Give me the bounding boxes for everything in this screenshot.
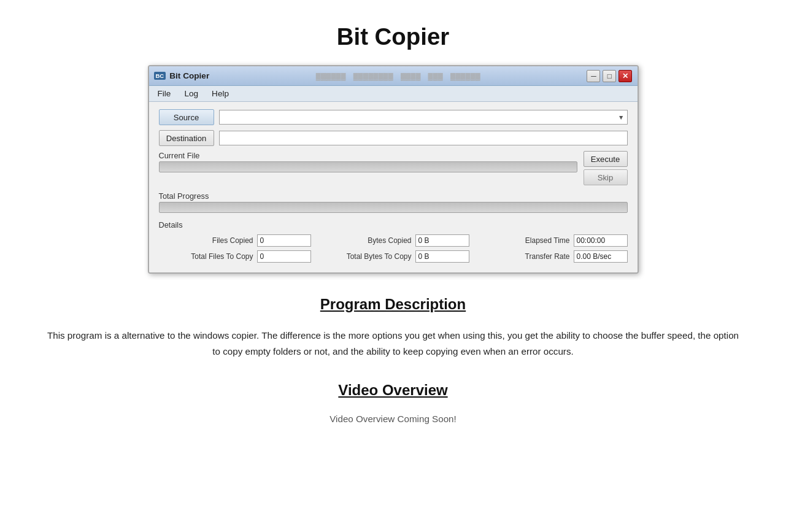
total-progress-section: Total Progress [159, 191, 628, 213]
files-copied-label: Files Copied [159, 236, 253, 245]
destination-input[interactable] [219, 131, 628, 145]
destination-row: Destination [159, 130, 628, 146]
total-files-value: 0 [257, 250, 311, 263]
total-files-label: Total Files To Copy [159, 252, 253, 261]
elapsed-time-label: Elapsed Time [476, 236, 570, 245]
destination-button[interactable]: Destination [159, 130, 214, 146]
app-window: BC Bit Copier ▓▓▓▓▓▓ ▓▓▓▓▓▓▓▓ ▓▓▓▓ ▓▓▓ ▓… [148, 65, 639, 274]
files-copied-item: Files Copied 0 [159, 234, 311, 247]
page-title: Bit Copier [25, 12, 761, 65]
source-dropdown[interactable]: ▼ [219, 110, 628, 125]
window-title: Bit Copier [169, 71, 209, 80]
video-coming-soon: Video Overview Coming Soon! [25, 414, 761, 424]
current-file-section: Current File Execute Skip [159, 151, 628, 185]
bytes-copied-item: Bytes Copied 0 B [317, 234, 469, 247]
total-progress-bar [159, 202, 628, 213]
transfer-rate-value: 0.00 B/sec [574, 250, 628, 263]
minimize-button[interactable]: ─ [587, 70, 600, 82]
title-bar: BC Bit Copier ▓▓▓▓▓▓ ▓▓▓▓▓▓▓▓ ▓▓▓▓ ▓▓▓ ▓… [149, 66, 638, 86]
app-content: Source ▼ Destination Current File [149, 102, 638, 272]
source-row: Source ▼ [159, 109, 628, 125]
menu-bar: File Log Help [149, 86, 638, 102]
title-bar-center: ▓▓▓▓▓▓ ▓▓▓▓▓▓▓▓ ▓▓▓▓ ▓▓▓ ▓▓▓▓▓▓ [316, 72, 480, 80]
window-area: BC Bit Copier ▓▓▓▓▓▓ ▓▓▓▓▓▓▓▓ ▓▓▓▓ ▓▓▓ ▓… [25, 65, 761, 274]
menu-file[interactable]: File [155, 88, 174, 99]
app-badge: BC [154, 72, 166, 80]
current-file-progress [159, 161, 577, 172]
total-files-item: Total Files To Copy 0 [159, 250, 311, 263]
title-bar-left: BC Bit Copier [154, 71, 210, 80]
total-bytes-value: 0 B [415, 250, 469, 263]
details-grid: Files Copied 0 Bytes Copied 0 B Elapsed … [159, 234, 628, 263]
elapsed-time-item: Elapsed Time 00:00:00 [476, 234, 628, 247]
total-bytes-label: Total Bytes To Copy [317, 252, 412, 261]
source-button[interactable]: Source [159, 109, 214, 125]
menu-log[interactable]: Log [182, 88, 201, 99]
video-heading: Video Overview [25, 382, 761, 399]
transfer-rate-label: Transfer Rate [476, 252, 570, 261]
transfer-rate-item: Transfer Rate 0.00 B/sec [476, 250, 628, 263]
dropdown-arrow-icon: ▼ [618, 114, 624, 121]
description-section: Program Description This program is a al… [25, 296, 761, 360]
description-text: This program is a alternative to the win… [44, 328, 743, 360]
title-bar-controls: ─ □ ✕ [587, 70, 632, 82]
bytes-copied-value: 0 B [415, 234, 469, 247]
current-file-label: Current File [159, 151, 577, 160]
video-section: Video Overview Video Overview Coming Soo… [25, 382, 761, 424]
details-section: Details Files Copied 0 Bytes Copied 0 B … [159, 220, 628, 263]
files-copied-value: 0 [257, 234, 311, 247]
maximize-button[interactable]: □ [603, 70, 616, 82]
skip-button[interactable]: Skip [584, 169, 628, 185]
execute-button[interactable]: Execute [584, 151, 628, 167]
description-heading: Program Description [25, 296, 761, 313]
close-button[interactable]: ✕ [618, 70, 632, 82]
side-buttons: Execute Skip [584, 151, 628, 185]
bytes-copied-label: Bytes Copied [317, 236, 412, 245]
total-progress-label: Total Progress [159, 191, 628, 201]
elapsed-time-value: 00:00:00 [574, 234, 628, 247]
details-label: Details [159, 220, 628, 229]
current-file-area: Current File [159, 151, 577, 185]
menu-help[interactable]: Help [209, 88, 231, 99]
total-bytes-item: Total Bytes To Copy 0 B [317, 250, 469, 263]
